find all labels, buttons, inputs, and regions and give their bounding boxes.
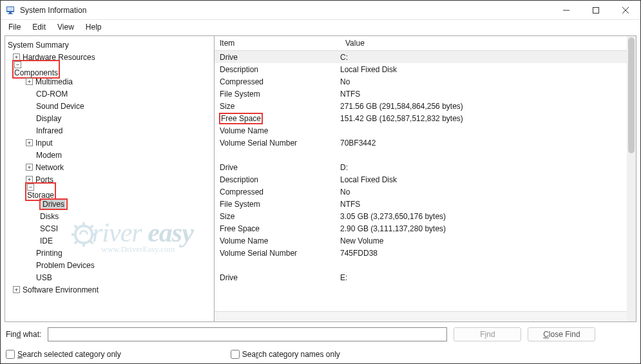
find-input[interactable] — [48, 327, 447, 341]
detail-row[interactable]: Free Space2.90 GB (3,111,137,280 bytes) — [215, 222, 636, 235]
detail-item: File System — [220, 200, 340, 209]
close-find-button[interactable]: Close Find — [528, 327, 595, 341]
collapse-icon[interactable]: − — [14, 61, 21, 68]
tree-ide[interactable]: IDE — [6, 235, 213, 247]
detail-row[interactable]: CompressedNo — [215, 186, 636, 198]
search-selected-label: Search selected category only — [17, 350, 121, 359]
detail-row[interactable]: Free Space151.42 GB (162,587,512,832 byt… — [215, 112, 636, 124]
detail-item: Volume Serial Number — [220, 139, 340, 148]
svg-rect-2 — [9, 12, 12, 14]
tree-problem[interactable]: Problem Devices — [6, 259, 213, 271]
detail-value: New Volume — [340, 236, 636, 245]
tree-display[interactable]: Display — [6, 112, 213, 124]
collapse-icon[interactable]: − — [27, 184, 34, 191]
detail-value: No — [340, 187, 636, 196]
detail-item: Free Space — [220, 224, 340, 233]
tree-storage[interactable]: − Storage — [6, 186, 213, 198]
minimize-button[interactable] — [551, 1, 581, 20]
detail-value: 151.42 GB (162,587,512,832 bytes) — [340, 114, 636, 123]
menu-help[interactable]: Help — [81, 21, 107, 33]
detail-row[interactable]: DriveC: — [215, 51, 636, 63]
detail-value: E: — [340, 273, 636, 282]
tree-modem[interactable]: Modem — [6, 149, 213, 161]
detail-row[interactable]: DriveD: — [215, 161, 636, 173]
tree-cdrom[interactable]: CD-ROM — [6, 88, 213, 100]
header-value[interactable]: Value — [340, 36, 636, 50]
maximize-button[interactable] — [581, 1, 611, 20]
detail-value: 271.56 GB (291,584,864,256 bytes) — [340, 102, 636, 111]
detail-row[interactable]: Size271.56 GB (291,584,864,256 bytes) — [215, 100, 636, 112]
detail-item: Drive — [220, 53, 340, 62]
detail-row[interactable] — [215, 259, 636, 271]
horizontal-scrollbar[interactable] — [215, 311, 636, 321]
close-button[interactable] — [611, 1, 640, 20]
detail-pane: Item Value DriveC:DescriptionLocal Fixed… — [215, 36, 636, 321]
tree-input[interactable]: + Input — [6, 137, 213, 149]
menu-edit[interactable]: Edit — [27, 21, 51, 33]
search-names-checkbox[interactable] — [231, 350, 240, 359]
tree-software-env[interactable]: + Software Environment — [6, 283, 213, 296]
tree-network[interactable]: + Network — [6, 161, 213, 173]
detail-value: NTFS — [340, 200, 636, 209]
detail-row[interactable]: Size3.05 GB (3,273,650,176 bytes) — [215, 210, 636, 222]
detail-header[interactable]: Item Value — [215, 36, 636, 51]
expand-icon[interactable]: + — [26, 164, 33, 171]
menubar: File Edit View Help — [1, 20, 640, 34]
detail-item: Volume Name — [220, 236, 340, 245]
detail-row[interactable]: Volume Serial Number745FDD38 — [215, 247, 636, 259]
detail-row[interactable]: Volume NameNew Volume — [215, 235, 636, 247]
expand-icon[interactable]: + — [13, 286, 20, 293]
detail-row[interactable]: CompressedNo — [215, 75, 636, 88]
detail-row[interactable]: Volume Name — [215, 124, 636, 137]
detail-row[interactable] — [215, 149, 636, 161]
detail-item: Free Space — [220, 113, 340, 124]
tree-components[interactable]: − Components — [6, 63, 213, 75]
detail-value: 3.05 GB (3,273,650,176 bytes) — [340, 212, 636, 221]
menu-file[interactable]: File — [3, 21, 26, 33]
detail-row[interactable]: File SystemNTFS — [215, 88, 636, 100]
detail-value: NTFS — [340, 90, 636, 99]
window: System Information File Edit View Help S… — [0, 0, 641, 364]
detail-item: File System — [220, 90, 340, 99]
vertical-scrollbar[interactable] — [627, 36, 636, 321]
tree-usb[interactable]: USB — [6, 271, 213, 283]
detail-value: 745FDD38 — [340, 249, 636, 258]
tree-system-summary[interactable]: System Summary — [6, 39, 213, 51]
detail-row[interactable]: DescriptionLocal Fixed Disk — [215, 63, 636, 75]
expand-icon[interactable]: + — [26, 139, 33, 146]
detail-row[interactable]: File SystemNTFS — [215, 198, 636, 210]
search-selected-checkbox[interactable] — [6, 350, 15, 359]
detail-value: Local Fixed Disk — [340, 65, 636, 74]
window-controls — [551, 1, 640, 20]
detail-row[interactable]: Volume Serial Number70BF3442 — [215, 137, 636, 149]
svg-rect-1 — [7, 7, 14, 11]
detail-list[interactable]: Item Value DriveC:DescriptionLocal Fixed… — [215, 36, 636, 311]
tree-disks[interactable]: Disks — [6, 210, 213, 222]
find-bar: Find what: Find Close Find — [1, 323, 640, 345]
tree-scsi[interactable]: SCSI — [6, 222, 213, 235]
tree-multimedia[interactable]: + Multimedia — [6, 75, 213, 88]
scroll-thumb[interactable] — [628, 37, 635, 153]
detail-item: Size — [220, 212, 340, 221]
detail-item: Drive — [220, 163, 340, 172]
detail-item: Compressed — [220, 77, 340, 86]
header-item[interactable]: Item — [215, 36, 340, 50]
detail-item: Compressed — [220, 187, 340, 196]
tree-infrared[interactable]: Infrared — [6, 124, 213, 137]
detail-value: 2.90 GB (3,111,137,280 bytes) — [340, 224, 636, 233]
svg-rect-3 — [8, 14, 13, 14]
expand-icon[interactable]: + — [26, 78, 33, 85]
content: System Summary + Hardware Resources − Co… — [5, 35, 636, 322]
detail-row[interactable]: DriveE: — [215, 271, 636, 283]
detail-value: No — [340, 77, 636, 86]
tree-printing[interactable]: Printing — [6, 247, 213, 259]
find-button[interactable]: Find — [454, 327, 521, 341]
find-label: Find what: — [6, 330, 41, 339]
window-title: System Information — [20, 6, 86, 15]
tree-pane[interactable]: System Summary + Hardware Resources − Co… — [5, 36, 215, 321]
detail-row[interactable]: DescriptionLocal Fixed Disk — [215, 173, 636, 186]
tree-sound[interactable]: Sound Device — [6, 100, 213, 112]
menu-view[interactable]: View — [52, 21, 79, 33]
detail-item: Volume Name — [220, 126, 340, 135]
detail-item: Description — [220, 65, 340, 74]
